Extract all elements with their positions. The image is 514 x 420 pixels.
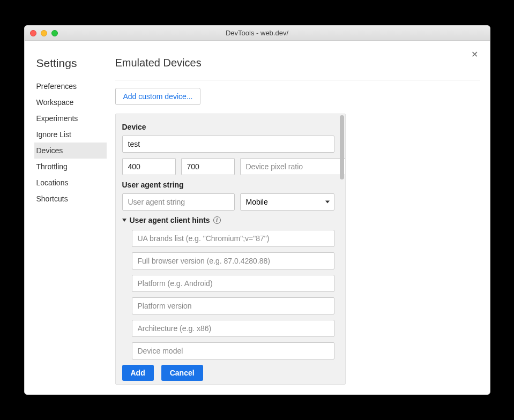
client-hints-label: User agent client hints — [130, 216, 210, 224]
scrollbar-thumb[interactable] — [340, 115, 344, 179]
sidebar-item-experiments[interactable]: Experiments — [34, 110, 107, 126]
sidebar-item-shortcuts[interactable]: Shortcuts — [34, 191, 107, 207]
traffic-lights — [30, 30, 58, 36]
page-title: Emulated Devices — [115, 57, 480, 69]
sidebar-item-workspace[interactable]: Workspace — [34, 94, 107, 110]
sidebar-title: Settings — [34, 57, 107, 70]
sidebar-item-ignore-list[interactable]: Ignore List — [34, 126, 107, 142]
ua-type-value: Mobile — [246, 198, 268, 206]
device-name-input[interactable] — [122, 136, 334, 153]
add-button[interactable]: Add — [122, 365, 154, 381]
sidebar-item-locations[interactable]: Locations — [34, 175, 107, 191]
app-window: DevTools - web.dev/ ✕ Settings Preferenc… — [24, 25, 490, 395]
triangle-down-icon — [122, 219, 126, 222]
window-title: DevTools - web.dev/ — [25, 29, 490, 37]
ua-brands-input[interactable] — [132, 230, 334, 247]
chevron-down-icon — [325, 201, 330, 204]
device-section-label: Device — [122, 123, 334, 131]
device-width-input[interactable] — [122, 158, 176, 175]
device-pixel-ratio-input[interactable] — [240, 158, 346, 175]
sidebar-item-devices[interactable]: Devices — [34, 142, 107, 159]
device-model-input[interactable] — [132, 342, 334, 359]
main-panel: Emulated Devices Add custom device... De… — [107, 57, 480, 385]
zoom-window-icon[interactable] — [51, 30, 58, 36]
info-icon[interactable]: i — [213, 216, 221, 224]
full-browser-version-input[interactable] — [132, 252, 334, 269]
minimize-window-icon[interactable] — [41, 30, 47, 36]
sidebar-item-preferences[interactable]: Preferences — [34, 78, 107, 94]
device-height-input[interactable] — [181, 158, 235, 175]
titlebar: DevTools - web.dev/ — [25, 26, 490, 41]
client-hints-disclosure[interactable]: User agent client hints i — [122, 216, 334, 224]
platform-version-input[interactable] — [132, 297, 334, 314]
divider — [115, 80, 480, 80]
close-window-icon[interactable] — [30, 30, 36, 36]
content-area: ✕ Settings Preferences Workspace Experim… — [25, 41, 490, 394]
user-agent-input[interactable] — [122, 193, 235, 211]
ua-section-label: User agent string — [122, 181, 334, 189]
architecture-input[interactable] — [132, 320, 334, 337]
ua-type-select[interactable]: Mobile — [240, 193, 334, 211]
scrollbar[interactable] — [339, 115, 344, 383]
cancel-button[interactable]: Cancel — [161, 365, 203, 381]
sidebar-item-throttling[interactable]: Throttling — [34, 159, 107, 175]
form-buttons: Add Cancel — [122, 365, 334, 381]
settings-sidebar: Settings Preferences Workspace Experimen… — [34, 57, 107, 385]
close-panel-icon[interactable]: ✕ — [471, 49, 478, 59]
platform-input[interactable] — [132, 275, 334, 292]
device-form-wrap: Device User agent string Mobile — [115, 114, 480, 385]
client-hints-group — [122, 230, 334, 359]
add-custom-device-button[interactable]: Add custom device... — [115, 88, 201, 105]
device-form: Device User agent string Mobile — [115, 114, 346, 385]
